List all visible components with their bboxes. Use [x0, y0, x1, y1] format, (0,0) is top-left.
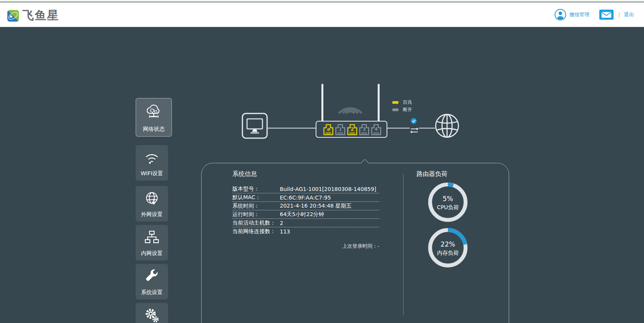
- wechat-manage-link[interactable]: 微信管理: [569, 11, 589, 18]
- router-antenna-left: [321, 84, 323, 122]
- svg-text:4: 4: [375, 127, 378, 132]
- table-row: 运行时间： 64天5小时22分钟: [232, 210, 379, 219]
- sidebar-item-system-settings[interactable]: 系统设置: [136, 264, 168, 299]
- uptime: 64天5小时22分钟: [280, 211, 324, 218]
- svg-text:22%: 22%: [441, 240, 455, 248]
- legend-row-down: 断开: [392, 106, 412, 113]
- top-strip: [0, 0, 644, 2]
- legend-label: 断开: [403, 107, 412, 113]
- brand-name: 飞鱼星: [22, 8, 59, 24]
- panel-notch: [361, 159, 369, 167]
- user-avatar-icon[interactable]: [554, 8, 567, 21]
- router-antenna-right: [378, 84, 380, 122]
- svg-text:2: 2: [351, 127, 354, 132]
- header-actions: 微信管理 | 退出: [554, 2, 634, 27]
- table-row: 版本型号： Build-AG1-1001[20180308-140859]: [232, 185, 379, 193]
- system-time: 2021-4-16 20:54:48 星期五: [280, 203, 351, 210]
- sidebar-item-label: 内网设置: [141, 250, 163, 257]
- sitemap-icon: [143, 229, 160, 245]
- header: 飞鱼星 微信管理 | 退出: [0, 2, 644, 27]
- legend-swatch-100m: [392, 101, 399, 104]
- header-divider: |: [618, 12, 620, 18]
- router-ports: e 1 2 3 4: [323, 123, 382, 136]
- default-mac: EC:6C:9F:AA:C7:95: [280, 194, 331, 201]
- panel-divider: [403, 174, 404, 315]
- legend-swatch-down: [392, 108, 399, 111]
- wifi-icon: [143, 149, 160, 166]
- port-1-icon: 1: [335, 123, 346, 136]
- table-row: 系统时间： 2021-4-16 20:54:48 星期五: [232, 202, 379, 210]
- network-connections: 113: [280, 228, 290, 235]
- svg-text:e: e: [327, 127, 330, 132]
- internet-globe-icon: [434, 113, 460, 139]
- legend-label: 百兆: [403, 99, 412, 106]
- svg-text:3: 3: [363, 127, 366, 132]
- port-4-icon: 4: [371, 123, 382, 136]
- logout-link[interactable]: 退出: [624, 11, 634, 18]
- cloud-gear-icon: [145, 103, 163, 120]
- table-row: 当前活动主机数： 2: [232, 219, 379, 227]
- brand-logo-icon: [7, 10, 19, 22]
- active-hosts: 2: [280, 220, 283, 226]
- firmware-version: Build-AG1-1001[20180308-140859]: [280, 186, 376, 192]
- svg-text:5%: 5%: [443, 195, 453, 203]
- svg-text:CPU负荷: CPU负荷: [437, 204, 459, 210]
- memory-load-gauge: 22% 内存负荷: [428, 228, 468, 268]
- pc-router-link-line: [268, 128, 316, 129]
- svg-text:内存负荷: 内存负荷: [437, 250, 459, 256]
- port-legend: 百兆 断开: [392, 99, 412, 113]
- wifi-waves-icon: [336, 93, 365, 116]
- system-info-title: 系统信息: [232, 170, 257, 178]
- last-login-time: 上次登录时间：-: [232, 243, 379, 250]
- table-row: 当前网络连接数： 113: [232, 227, 379, 236]
- port-3-icon: 3: [359, 123, 370, 136]
- table-row: 默认MAC： EC:6C:9F:AA:C7:95: [232, 193, 379, 202]
- router-admin-page: 飞鱼星 微信管理 | 退出: [0, 0, 644, 323]
- sidebar-item-wifi-settings[interactable]: WIFI设置: [136, 145, 168, 181]
- transfer-arrows-icon: [410, 127, 419, 134]
- port-wan-e-icon: e: [323, 123, 334, 136]
- svg-text:1: 1: [339, 127, 342, 132]
- gears-icon: [143, 307, 160, 323]
- sidebar-item-lan-settings[interactable]: 内网设置: [136, 225, 168, 260]
- sidebar-item-advanced-settings[interactable]: 高级设置: [136, 303, 168, 323]
- main-area: 网络状态 WIFI设置: [0, 27, 644, 323]
- globe-arrow-icon: [143, 190, 160, 207]
- brand-logo: 飞鱼星: [7, 8, 59, 24]
- sidebar-item-network-status[interactable]: 网络状态: [136, 98, 172, 137]
- sidebar-item-label: 网络状态: [143, 126, 165, 133]
- sidebar-item-wan-settings[interactable]: 外网设置: [136, 186, 168, 222]
- sidebar-item-label: WIFI设置: [141, 170, 163, 177]
- sidebar-item-label: 系统设置: [141, 289, 163, 296]
- wrench-icon: [143, 268, 160, 285]
- router-load-title: 路由器负荷: [417, 170, 447, 178]
- legend-row-100m: 百兆: [392, 99, 412, 106]
- computer-icon: [242, 113, 268, 139]
- status-panel: 系统信息 版本型号： Build-AG1-1001[20180308-14085…: [201, 163, 509, 323]
- message-icon[interactable]: [599, 10, 614, 20]
- connection-ok-check-icon: [411, 118, 417, 124]
- port-2-icon: 2: [347, 123, 358, 136]
- cpu-load-gauge: 5% CPU负荷: [428, 182, 468, 222]
- system-info-table: 版本型号： Build-AG1-1001[20180308-140859] 默认…: [232, 185, 379, 236]
- sidebar-item-label: 外网设置: [141, 211, 163, 218]
